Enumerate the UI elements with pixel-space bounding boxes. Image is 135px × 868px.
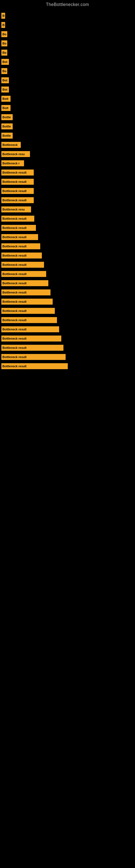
bar: Bottleneck result bbox=[1, 225, 36, 231]
bar: Bottleneck result bbox=[1, 169, 34, 176]
site-title-container: TheBottlenecker.com bbox=[0, 0, 135, 9]
bar: Bott bbox=[1, 96, 10, 102]
bar-label: Bottleneck result bbox=[2, 236, 27, 239]
bar: Bot bbox=[1, 87, 9, 93]
bar-label: Bottleneck r bbox=[2, 162, 20, 165]
bar-row: Bottleneck bbox=[1, 141, 135, 149]
bar: Bo bbox=[1, 50, 7, 56]
bar: B bbox=[1, 22, 5, 28]
bar-label: Bottleneck result bbox=[2, 291, 27, 294]
bar-label: Bo bbox=[2, 42, 6, 45]
bar-label: Bottleneck result bbox=[2, 365, 27, 368]
bar: Bottleneck resu bbox=[1, 151, 30, 157]
bar-label: Bottleneck result bbox=[2, 328, 27, 331]
bar-label: Bottleneck result bbox=[2, 282, 27, 285]
bar: Bottleneck result bbox=[1, 308, 55, 314]
bar-label: Bottleneck result bbox=[2, 318, 27, 322]
bar: Bottleneck result bbox=[1, 234, 38, 240]
bar: Bottle bbox=[1, 123, 13, 129]
bar-label: Bottleneck result bbox=[2, 346, 27, 349]
bar-label: Bo bbox=[2, 33, 6, 36]
bar: Bottleneck result bbox=[1, 271, 46, 277]
bar: Bottleneck result bbox=[1, 197, 34, 203]
bar: Bottleneck result bbox=[1, 262, 44, 268]
bar: Bo bbox=[1, 40, 7, 46]
bar-row: Bot bbox=[1, 86, 135, 93]
bar-row: Bottleneck result bbox=[1, 224, 135, 231]
bar-row: Bottleneck resu bbox=[1, 150, 135, 158]
bar-row: Bot bbox=[1, 76, 135, 84]
bar: Bot bbox=[1, 77, 9, 83]
bar: Bottleneck result bbox=[1, 179, 34, 185]
bar: Bottleneck result bbox=[1, 252, 42, 258]
bar-label: Bottleneck result bbox=[2, 309, 27, 312]
bar: Bottle bbox=[1, 133, 13, 138]
bar-row: Bottleneck result bbox=[1, 196, 135, 204]
bar-label: B bbox=[2, 23, 5, 27]
bar-row: Bo bbox=[1, 40, 135, 47]
bar-row: Bottleneck result bbox=[1, 215, 135, 222]
bar-label: Bottleneck result bbox=[2, 263, 27, 267]
bar-row: Bottle bbox=[1, 123, 135, 130]
bar-row: Bottleneck r bbox=[1, 159, 135, 167]
bar-label: Bot bbox=[2, 79, 7, 82]
bar-label: Bottleneck result bbox=[2, 217, 27, 220]
bar: Bottleneck result bbox=[1, 317, 57, 323]
bar: Bott bbox=[1, 105, 10, 111]
bar-row: Bott bbox=[1, 104, 135, 112]
bar-label: Bottleneck resu bbox=[2, 152, 25, 156]
bar-row: Bo bbox=[1, 30, 135, 38]
bar-label: Bottleneck result bbox=[2, 226, 27, 229]
bar: Bottleneck result bbox=[1, 354, 65, 360]
bar-row: Bottleneck resu bbox=[1, 206, 135, 213]
bar-label: Bottleneck result bbox=[2, 245, 27, 248]
bar-label: Bottleneck result bbox=[2, 254, 27, 257]
bar: B bbox=[1, 13, 5, 19]
bar-label: Bottleneck result bbox=[2, 180, 27, 183]
bar: Bottleneck result bbox=[1, 336, 61, 341]
site-title: TheBottlenecker.com bbox=[0, 0, 135, 9]
bar-row: Bottleneck result bbox=[1, 298, 135, 305]
bar-row: Bottleneck result bbox=[1, 344, 135, 351]
bar-row: Bottleneck result bbox=[1, 362, 135, 370]
bar-label: Bottle bbox=[2, 116, 11, 119]
bar-row: Bott bbox=[1, 95, 135, 102]
bar-label: Bottleneck result bbox=[2, 171, 27, 174]
bar: Bottleneck result bbox=[1, 326, 59, 332]
bar: Bottleneck result bbox=[1, 188, 34, 194]
bar-row: Bottleneck result bbox=[1, 279, 135, 287]
bar-row: Bot bbox=[1, 58, 135, 66]
bar-row: Bo bbox=[1, 67, 135, 75]
bar-row: Bo bbox=[1, 49, 135, 56]
bar: Bottleneck r bbox=[1, 160, 24, 166]
bar: Bottleneck resu bbox=[1, 207, 31, 212]
bar-row: Bottleneck result bbox=[1, 316, 135, 324]
bar-row: Bottleneck result bbox=[1, 335, 135, 342]
bar-row: Bottleneck result bbox=[1, 289, 135, 296]
bar-label: Bottleneck result bbox=[2, 300, 27, 303]
bar: Bottleneck result bbox=[1, 216, 34, 222]
bars-container: BBBoBoBoBotBoBotBotBottBottBottleBottleB… bbox=[0, 9, 135, 374]
bar-label: B bbox=[2, 14, 5, 18]
bar-row: B bbox=[1, 12, 135, 20]
bar-label: Bottle bbox=[2, 125, 11, 128]
bar: Bottle bbox=[1, 114, 13, 120]
bar-label: Bottleneck result bbox=[2, 272, 27, 276]
bar-label: Bot bbox=[2, 88, 7, 91]
bar-label: Bottleneck result bbox=[2, 189, 27, 193]
bar: Bottleneck result bbox=[1, 243, 40, 249]
bar-label: Bot bbox=[2, 60, 7, 63]
bar-row: Bottleneck result bbox=[1, 353, 135, 361]
bar-label: Bott bbox=[2, 106, 8, 110]
bar-row: Bottleneck result bbox=[1, 243, 135, 250]
bar-row: Bottle bbox=[1, 113, 135, 121]
bar-row: Bottleneck result bbox=[1, 307, 135, 315]
bar-label: Bo bbox=[2, 51, 6, 54]
bar: Bottleneck result bbox=[1, 280, 48, 286]
bar-label: Bottleneck result bbox=[2, 337, 27, 340]
bar: Bottleneck result bbox=[1, 345, 63, 351]
bar: Bottleneck bbox=[1, 142, 21, 148]
bar-row: Bottleneck result bbox=[1, 252, 135, 259]
bar-label: Bottle bbox=[2, 134, 11, 137]
bar-row: Bottleneck result bbox=[1, 261, 135, 269]
